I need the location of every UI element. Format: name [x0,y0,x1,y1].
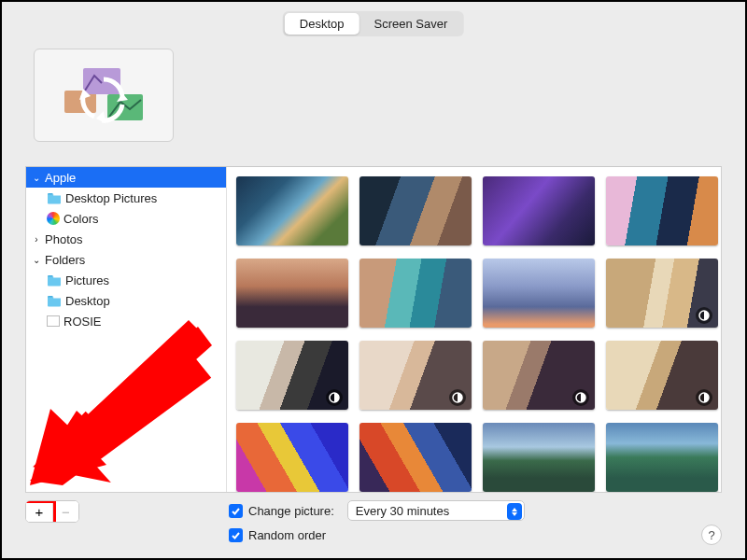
sidebar-item-label: Photos [45,232,82,246]
dynamic-badge-icon [696,307,712,324]
chevron-down-icon: ⌄ [32,173,41,183]
sidebar-item-apple[interactable]: ⌄ Apple [26,167,226,188]
wallpaper-thumb[interactable] [236,259,348,328]
dynamic-badge-icon [449,389,466,406]
wallpaper-thumb[interactable] [606,341,718,410]
random-order-label: Random order [248,528,326,542]
help-button[interactable]: ? [701,525,722,545]
wallpaper-thumb[interactable] [359,259,472,328]
folder-icon [47,294,62,307]
tab-desktop[interactable]: Desktop [285,13,359,35]
sidebar-item-photos[interactable]: › Photos [26,229,226,249]
sidebar-item-desktop-folder[interactable]: Desktop [26,290,226,311]
folder-icon [47,191,62,204]
stepper-arrows-icon [507,503,522,520]
wallpaper-thumb[interactable] [236,176,348,245]
blank-folder-icon [47,315,60,327]
sidebar-item-label: Pictures [65,273,109,287]
remove-folder-button[interactable]: − [52,501,78,522]
sidebar-item-folders[interactable]: ⌄ Folders [26,249,226,270]
wallpaper-thumb[interactable] [236,423,348,492]
dynamic-badge-icon [326,389,343,406]
sidebar-item-colors[interactable]: Colors [26,208,226,229]
wallpaper-thumb[interactable] [606,423,718,492]
color-wheel-icon [47,212,60,225]
chevron-down-icon: ⌄ [32,255,41,265]
wallpaper-thumb[interactable] [483,423,595,492]
wallpaper-thumb[interactable] [483,259,595,328]
change-picture-label: Change picture: [248,504,334,518]
random-order-checkbox[interactable] [229,528,243,542]
change-options: Change picture: Every 30 minutes Random … [229,498,525,547]
sidebar-item-rosie[interactable]: ROSIE [26,311,226,331]
folder-icon [47,273,62,287]
wallpaper-grid [227,167,721,492]
wallpaper-thumb[interactable] [483,176,595,245]
wallpaper-thumb[interactable] [359,341,472,410]
sidebar-item-label: Folders [45,253,85,267]
wallpaper-thumb[interactable] [606,176,718,245]
source-sidebar: ⌄ Apple Desktop Pictures Colors › Photos… [26,167,227,492]
rotate-wallpaper-icon [57,63,150,128]
dynamic-badge-icon [572,389,589,406]
sidebar-item-label: Apple [45,171,76,185]
wallpaper-thumb[interactable] [483,341,595,410]
wallpaper-thumb[interactable] [236,341,348,410]
bottom-controls: + − Change picture: Every 30 minutes Ran… [25,497,722,551]
sidebar-item-label: Colors [63,212,99,226]
wallpaper-thumb[interactable] [359,176,472,245]
sidebar-item-desktop-pictures[interactable]: Desktop Pictures [26,188,226,208]
current-wallpaper-preview [34,49,174,142]
view-tabs: Desktop Screen Saver [283,11,464,36]
add-folder-button[interactable]: + [26,501,52,522]
svg-marker-4 [96,111,106,123]
sidebar-item-pictures[interactable]: Pictures [26,270,226,290]
wallpaper-thumb[interactable] [606,259,718,328]
sidebar-item-label: Desktop [65,294,110,308]
change-interval-value: Every 30 minutes [356,504,449,518]
sidebar-item-label: Desktop Pictures [65,191,157,205]
chevron-right-icon: › [32,234,41,245]
main-panel: ⌄ Apple Desktop Pictures Colors › Photos… [25,166,722,493]
sidebar-item-label: ROSIE [63,315,101,329]
dynamic-badge-icon [696,389,712,406]
add-remove-group: + − [25,500,79,523]
change-interval-popup[interactable]: Every 30 minutes [347,500,525,521]
tab-screensaver[interactable]: Screen Saver [359,13,462,35]
change-picture-checkbox[interactable] [229,504,243,518]
wallpaper-thumb[interactable] [359,423,472,492]
